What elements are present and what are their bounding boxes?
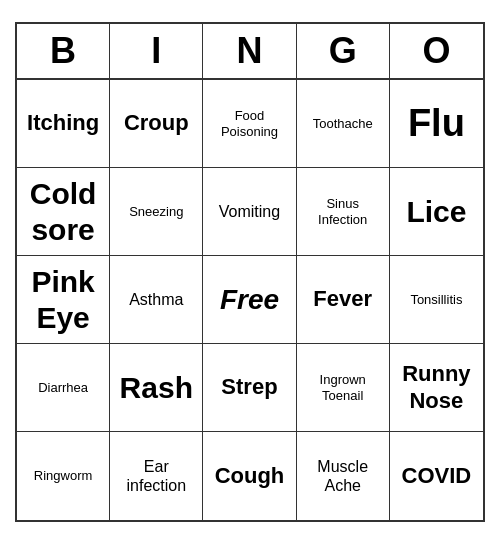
cell-text: Ringworm [34,468,93,484]
cell-text: Lice [406,194,466,230]
bingo-cell: Itching [17,80,110,168]
cell-text: Flu [408,101,465,147]
bingo-header: BINGO [17,24,483,80]
bingo-cell: Ringworm [17,432,110,520]
cell-text: COVID [402,463,472,489]
bingo-cell: MuscleAche [297,432,390,520]
cell-text: Coldsore [30,176,97,248]
bingo-cell: SinusInfection [297,168,390,256]
bingo-cell: Cough [203,432,296,520]
bingo-cell: FoodPoisoning [203,80,296,168]
cell-text: Asthma [129,290,183,309]
bingo-cell: Croup [110,80,203,168]
cell-text: Earinfection [126,457,186,495]
bingo-cell: COVID [390,432,483,520]
cell-text: Rash [120,370,193,406]
cell-text: Strep [221,374,277,400]
cell-text: Free [220,283,279,317]
cell-text: Itching [27,110,99,136]
header-letter: O [390,24,483,78]
header-letter: N [203,24,296,78]
cell-text: Toothache [313,116,373,132]
bingo-cell: RunnyNose [390,344,483,432]
cell-text: Croup [124,110,189,136]
bingo-cell: Free [203,256,296,344]
bingo-cell: Rash [110,344,203,432]
bingo-cell: Vomiting [203,168,296,256]
cell-text: PinkEye [31,264,94,336]
bingo-cell: Fever [297,256,390,344]
bingo-grid: ItchingCroupFoodPoisoningToothacheFluCol… [17,80,483,520]
bingo-cell: Strep [203,344,296,432]
cell-text: Sneezing [129,204,183,220]
cell-text: Fever [313,286,372,312]
header-letter: I [110,24,203,78]
bingo-cell: Tonsillitis [390,256,483,344]
cell-text: IngrownToenail [320,372,366,403]
cell-text: Diarrhea [38,380,88,396]
cell-text: MuscleAche [317,457,368,495]
bingo-cell: Asthma [110,256,203,344]
header-letter: B [17,24,110,78]
bingo-card: BINGO ItchingCroupFoodPoisoningToothache… [15,22,485,522]
cell-text: FoodPoisoning [221,108,278,139]
bingo-cell: Sneezing [110,168,203,256]
cell-text: RunnyNose [402,361,470,414]
bingo-cell: Earinfection [110,432,203,520]
bingo-cell: Toothache [297,80,390,168]
header-letter: G [297,24,390,78]
cell-text: Vomiting [219,202,280,221]
bingo-cell: Flu [390,80,483,168]
bingo-cell: Lice [390,168,483,256]
cell-text: SinusInfection [318,196,367,227]
bingo-cell: IngrownToenail [297,344,390,432]
cell-text: Cough [215,463,285,489]
bingo-cell: Coldsore [17,168,110,256]
bingo-cell: PinkEye [17,256,110,344]
bingo-cell: Diarrhea [17,344,110,432]
cell-text: Tonsillitis [410,292,462,308]
